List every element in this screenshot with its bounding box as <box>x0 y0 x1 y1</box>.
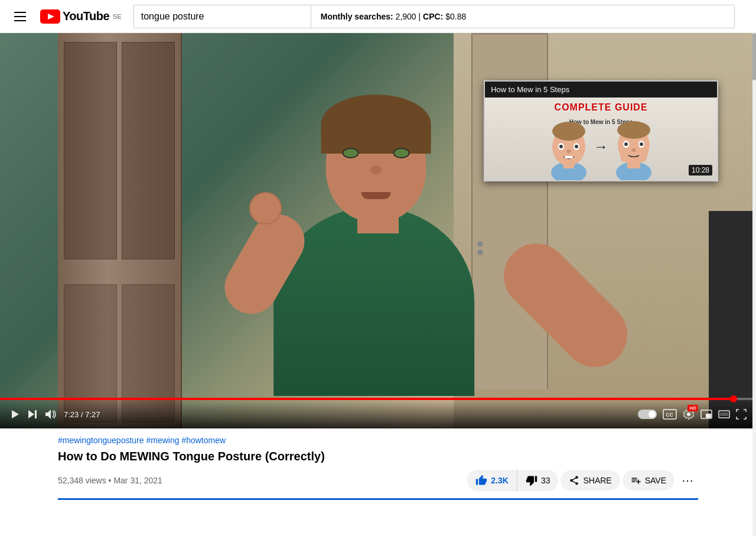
faces-container: → <box>548 118 654 174</box>
save-button[interactable]: SAVE <box>623 470 674 490</box>
svg-rect-31 <box>720 412 728 416</box>
svg-rect-23 <box>35 410 37 418</box>
door-left <box>58 33 182 428</box>
theater-icon <box>718 410 730 418</box>
miniplayer-icon <box>700 410 712 419</box>
svg-marker-22 <box>28 410 34 418</box>
video-title: How to Do MEWING Tongue Posture (Correct… <box>58 449 698 464</box>
svg-point-15 <box>617 121 650 139</box>
face-after-svg <box>613 118 654 174</box>
toggle-thumb <box>649 411 656 418</box>
save-label: SAVE <box>645 476 666 485</box>
country-label: SE <box>113 13 122 20</box>
svg-point-7 <box>559 145 563 148</box>
play-button[interactable] <box>9 409 20 420</box>
share-icon <box>569 475 579 486</box>
scrollbar[interactable] <box>752 33 756 500</box>
like-button[interactable]: 2.3K <box>467 470 517 491</box>
seo-info: Monthly searches: 2,900 | CPC: $0.88 <box>311 5 734 28</box>
svg-rect-29 <box>706 414 711 418</box>
miniplayer-button[interactable] <box>700 410 712 419</box>
search-container: Monthly searches: 2,900 | CPC: $0.88 <box>133 5 735 28</box>
svg-point-10 <box>566 150 571 153</box>
person-eye-right <box>393 148 410 158</box>
svg-point-5 <box>552 122 585 141</box>
thumb-complete-guide-text: COMPLETE GUIDE <box>555 102 648 113</box>
volume-icon <box>45 409 57 420</box>
search-input-wrap <box>134 5 311 28</box>
monthly-searches-label: Monthly searches: <box>321 12 393 21</box>
svg-marker-24 <box>45 410 51 419</box>
monthly-searches-value: 2,900 <box>396 12 416 21</box>
door-handle-top <box>477 241 483 247</box>
svg-marker-21 <box>12 410 19 418</box>
logo-area[interactable]: YouTube SE <box>40 9 122 24</box>
face-before-svg <box>548 118 589 174</box>
duration-badge: 10:28 <box>689 165 712 176</box>
person-eye-left <box>343 148 359 158</box>
youtube-wordmark: YouTube <box>63 9 109 23</box>
dislike-button[interactable]: 33 <box>517 470 559 491</box>
like-count: 2.3K <box>491 476 509 485</box>
door-panel-tr <box>122 42 175 259</box>
suggested-video-overlay[interactable]: How to Mew in 5 Steps COMPLETE GUIDE How… <box>484 80 718 181</box>
svg-point-20 <box>631 148 636 152</box>
cc-icon: CC <box>663 409 677 420</box>
svg-point-17 <box>624 142 628 146</box>
save-icon <box>631 475 641 486</box>
cpc-value: $0.88 <box>445 12 466 21</box>
header-left: YouTube SE <box>9 7 122 26</box>
settings-button[interactable]: HD <box>683 408 695 420</box>
dislike-count: 33 <box>541 476 550 485</box>
hd-badge: HD <box>687 405 698 411</box>
action-buttons: 2.3K 33 SHARE <box>467 470 698 491</box>
fullscreen-icon <box>736 409 747 420</box>
below-video: #mewingtongueposture #mewing #howtomew H… <box>0 428 756 500</box>
thumbs-up-icon <box>475 475 487 486</box>
video-player[interactable]: How to Mew in 5 Steps COMPLETE GUIDE How… <box>0 33 756 428</box>
person-nose <box>370 165 382 174</box>
faces-arrow: → <box>594 138 608 155</box>
thumbs-down-icon <box>526 475 537 486</box>
fullscreen-button[interactable] <box>736 409 747 420</box>
search-input[interactable] <box>134 5 311 28</box>
theater-button[interactable] <box>718 410 730 418</box>
volume-button[interactable] <box>45 409 57 420</box>
play-icon <box>9 409 20 420</box>
youtube-icon <box>40 9 60 24</box>
svg-rect-11 <box>565 156 573 158</box>
video-controls: 7:23 / 7:27 CC <box>0 400 756 428</box>
svg-point-9 <box>575 145 578 148</box>
toggle-track <box>638 410 657 419</box>
person-hair <box>321 95 431 154</box>
door-panel-tl <box>64 42 117 259</box>
views-date: 52,348 views • Mar 31, 2021 <box>58 476 162 485</box>
hamburger-menu[interactable] <box>9 7 31 26</box>
thumb-title-text: How to Mew in 5 Steps <box>491 85 569 94</box>
person-mouth <box>361 192 391 199</box>
thumb-image-area: COMPLETE GUIDE How to Mew in 5 Steps <box>485 98 717 180</box>
autoplay-toggle[interactable] <box>638 410 657 419</box>
person-head <box>326 106 426 222</box>
controls-right: CC HD <box>638 408 747 420</box>
site-header: YouTube SE Monthly searches: 2,900 | CPC… <box>0 0 756 33</box>
next-icon <box>27 409 38 420</box>
svg-text:CC: CC <box>666 412 673 418</box>
svg-point-19 <box>640 142 643 146</box>
time-display: 7:23 / 7:27 <box>64 410 100 419</box>
hashtags[interactable]: #mewingtongueposture #mewing #howtomew <box>58 436 698 445</box>
next-button[interactable] <box>27 409 38 420</box>
video-player-wrap: How to Mew in 5 Steps COMPLETE GUIDE How… <box>0 33 756 428</box>
more-dots: ⋯ <box>682 473 693 488</box>
share-button[interactable]: SHARE <box>561 470 620 490</box>
thumb-title-bar: How to Mew in 5 Steps <box>485 82 717 98</box>
more-options-button[interactable]: ⋯ <box>677 470 698 491</box>
like-dislike-group: 2.3K 33 <box>467 470 558 491</box>
cc-button[interactable]: CC <box>663 409 677 420</box>
door-handle-bottom <box>477 249 483 255</box>
cpc-label: CPC: <box>423 12 443 21</box>
blue-tab-indicator <box>58 498 698 500</box>
scrollbar-thumb[interactable] <box>752 33 756 80</box>
video-meta-row: 52,348 views • Mar 31, 2021 2.3K 33 <box>58 470 698 497</box>
share-label: SHARE <box>583 476 611 485</box>
